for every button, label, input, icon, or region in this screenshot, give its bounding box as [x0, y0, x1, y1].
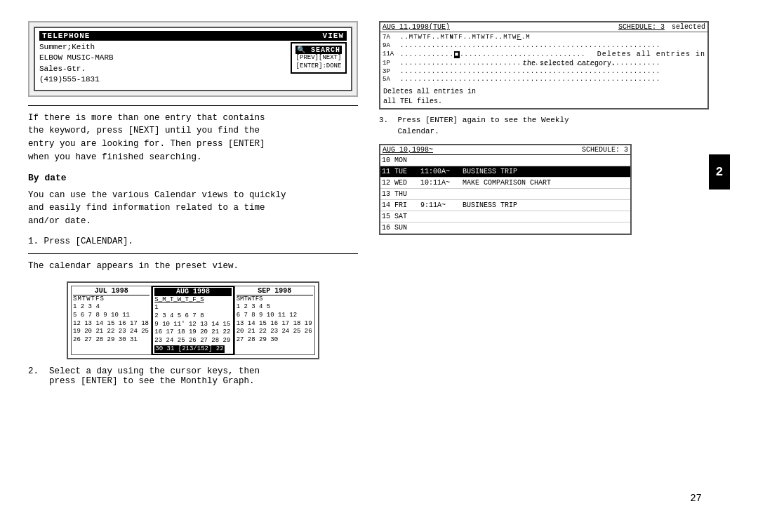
step3-text-block: 3. Press [ENTER] again to see the Weekly… [379, 115, 709, 137]
weekly-row: 16 SUN [380, 222, 630, 234]
weekly-row: 10 MON [380, 155, 630, 166]
divider1 [28, 105, 358, 106]
august-calendar: AUG 1998 S_M_T_W_T_F_S 1 2 3 4 5 6 7 8 9… [152, 286, 234, 356]
weekly-rows: 10 MON 11 TUE 11:00A~ BUSINESS TRIP 12 W… [380, 155, 630, 234]
weekly-day-label: 14 FRI [382, 200, 420, 211]
weekly-day-label: 11 TUE [382, 166, 420, 177]
graph-row-11a: 11A ............■.......................… [383, 50, 705, 60]
graph-row-1p: 1P .....................................… [383, 60, 705, 68]
search-keys: [PREV][NEXT] [295, 54, 342, 62]
schedule-titlebar: AUG 11,1998(TUE) SCHEDULE: 3 selected [380, 22, 707, 32]
step2: 2. Select a day using the cursor keys, t… [28, 366, 358, 386]
weekly-time [420, 155, 463, 166]
search-icon: 🔍 [297, 46, 306, 54]
september-grid: SMTWTFS 1 2 3 4 5 6 7 8 9 10 11 12 13 14… [237, 295, 313, 345]
weekly-time [420, 222, 463, 233]
weekly-time: 10:11A~ [420, 178, 463, 188]
telephone-screenshot: TELEPHONE VIEW Summer;Keith ELBOW MUSIC-… [28, 21, 358, 97]
search-enter: [ENTER]:DONE [295, 62, 342, 71]
weekly-day-label: 16 SUN [382, 222, 420, 233]
graph-row-5a: 5A .....................................… [383, 76, 705, 84]
schedule-date: AUG 11,1998(TUE) [383, 23, 450, 31]
july-calendar: JUL 1998 SMTWTFS 1 2 3 4 5 6 7 8 9 10 11… [71, 286, 152, 356]
search-box: 🔍 SEARCH [PREV][NEXT] [ENTER]:DONE [291, 42, 347, 74]
paragraph1: If there is more than one entry that con… [28, 112, 358, 164]
weekly-row: 12 WED 10:11A~ MAKE COMPARISON CHART [380, 178, 630, 189]
weekly-date: AUG 10,1998~ [383, 146, 433, 154]
weekly-day-label: 13 THU [382, 189, 420, 199]
weekly-day-label: 12 WED [382, 178, 420, 188]
august-title: AUG 1998 [154, 288, 231, 296]
page-number: 27 [690, 493, 702, 504]
telephone-screen: TELEPHONE VIEW Summer;Keith ELBOW MUSIC-… [34, 27, 352, 91]
contact-company: ELBOW MUSIC-MARB [39, 53, 285, 63]
weekly-calendar-screenshot: AUG 10,1998~ SCHEDULE: 3 10 MON 11 TUE 1… [379, 144, 632, 235]
weekly-day-label: 15 SAT [382, 211, 420, 222]
telephone-content: Summer;Keith ELBOW MUSIC-MARB Sales-Gtr.… [39, 41, 347, 87]
side-tab: 2 [709, 154, 730, 189]
telephone-info: Summer;Keith ELBOW MUSIC-MARB Sales-Gtr.… [39, 42, 285, 86]
left-column: TELEPHONE VIEW Summer;Keith ELBOW MUSIC-… [0, 14, 372, 518]
view-label: VIEW [323, 32, 344, 40]
contact-title: Sales-Gtr. [39, 64, 285, 74]
weekly-row: 13 THU [380, 189, 630, 200]
weekly-titlebar: AUG 10,1998~ SCHEDULE: 3 [380, 145, 630, 155]
step1: 1. Press [CALENDAR]. [28, 237, 358, 246]
july-title: JUL 1998 [73, 287, 149, 295]
deletes-text4: all TEL files. [383, 97, 705, 107]
july-grid: SMTWTFS 1 2 3 4 5 6 7 8 9 10 11 12 13 14… [73, 295, 149, 345]
telephone-title: TELEPHONE [42, 32, 90, 40]
graph-row-3p: 3P .....................................… [383, 68, 705, 77]
calendar-note: The calendar appears in the preset view. [28, 260, 358, 273]
weekly-day-label: 10 MON [382, 155, 420, 166]
selected-text: selected [672, 23, 705, 31]
schedule-label-right: SCHEDULE: 3 selected [618, 23, 705, 31]
contact-name: Summer;Keith [39, 42, 285, 53]
telephone-titlebar: TELEPHONE VIEW [39, 31, 347, 41]
monthly-graph: 7A ..MTWTF..MTNTF..MTWTF..MTWF.M 9A ....… [380, 32, 707, 86]
paragraph2: You can use the various Calendar views t… [28, 189, 358, 228]
deletes-text1: Deletes all entries in [597, 51, 705, 58]
deletes-all-text: Deletes all entries in all TEL files. [380, 86, 707, 108]
weekly-row: 15 SAT [380, 211, 630, 222]
right-column: AUG 11,1998(TUE) SCHEDULE: 3 selected 7A… [372, 14, 730, 518]
september-calendar: SEP 1998 SMTWTFS 1 2 3 4 5 6 7 8 9 10 11… [234, 286, 315, 356]
contact-phone: (419)555-1831 [39, 74, 285, 85]
weekly-time: 9:11A~ [420, 200, 463, 211]
weekly-row: 14 FRI 9:11A~ BUSINESS TRIP [380, 200, 630, 211]
graph-row-9a: 9A .....................................… [383, 42, 705, 51]
weekly-event: BUSINESS TRIP [463, 166, 517, 177]
august-grid: S_M_T_W_T_F_S 1 2 3 4 5 6 7 8 9 10 11' 1… [154, 296, 231, 354]
weekly-schedule-label: SCHEDULE: 3 [582, 146, 628, 154]
divider2 [28, 253, 358, 254]
weekly-row: 11 TUE 11:00A~ BUSINESS TRIP [380, 166, 630, 178]
september-title: SEP 1998 [237, 287, 313, 295]
weekly-time: 11:00A~ [420, 166, 463, 177]
weekly-time [420, 211, 463, 222]
weekly-event: MAKE COMPARISON CHART [463, 178, 551, 188]
by-date-heading: By date [28, 173, 358, 183]
deletes-text2: the selected category. [523, 59, 616, 68]
calendar-screenshot: JUL 1998 SMTWTFS 1 2 3 4 5 6 7 8 9 10 11… [67, 281, 319, 360]
search-label: SEARCH [311, 46, 340, 54]
search-title: 🔍 SEARCH [295, 46, 342, 54]
weekly-event: BUSINESS TRIP [463, 200, 517, 211]
monthly-graph-screenshot: AUG 11,1998(TUE) SCHEDULE: 3 selected 7A… [379, 21, 709, 109]
graph-row-7a: 7A ..MTWTF..MTNTF..MTWTF..MTWF.M [383, 34, 705, 42]
deletes-text3: Deletes all entries in [383, 87, 705, 97]
weekly-time [420, 189, 463, 199]
calendar-months-row: JUL 1998 SMTWTFS 1 2 3 4 5 6 7 8 9 10 11… [71, 286, 315, 356]
